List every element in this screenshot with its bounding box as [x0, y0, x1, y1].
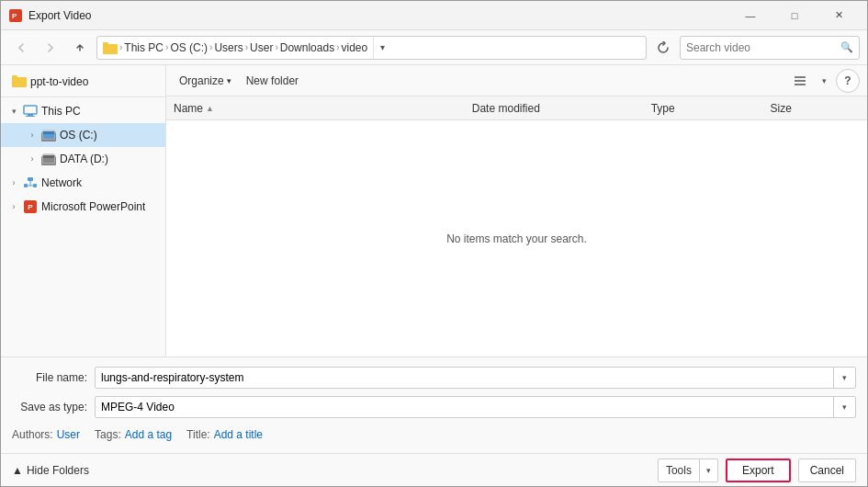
svg-rect-8: [26, 116, 35, 117]
filename-dropdown-arrow[interactable]: ▾: [833, 368, 855, 388]
hide-folders-chevron: ▲: [12, 464, 23, 477]
chevron-right-icon4: ›: [8, 202, 19, 211]
sidebar-item-datad[interactable]: › DATA (D:): [1, 147, 165, 171]
up-icon: [74, 42, 85, 53]
svg-text:P: P: [12, 12, 17, 20]
filename-label: File name:: [12, 371, 95, 384]
sidebar-divider: [1, 96, 165, 97]
file-list-body: No items match your search.: [166, 120, 867, 357]
sidebar-item-ppt[interactable]: › P Microsoft PowerPoint: [1, 195, 165, 219]
col-header-date[interactable]: Date modified: [472, 102, 651, 115]
svg-rect-5: [12, 75, 17, 78]
filename-input[interactable]: [96, 367, 833, 389]
breadcrumb-thispc[interactable]: This PC: [124, 41, 163, 54]
breadcrumb-bar[interactable]: › This PC › OS (C:) › Users › User › Dow…: [96, 36, 647, 60]
dialog-title: Export Video: [28, 9, 92, 22]
nav-toolbar: › This PC › OS (C:) › Users › User › Dow…: [1, 30, 867, 65]
metadata-row: Authors: User Tags: Add a tag Title: Add…: [12, 424, 856, 446]
view-dropdown-button[interactable]: ▾: [816, 70, 832, 92]
empty-message: No items match your search.: [446, 232, 587, 245]
title-value[interactable]: Add a title: [214, 428, 263, 441]
drive-c-icon: [41, 128, 56, 142]
filename-input-wrapper: ▾: [95, 367, 856, 389]
breadcrumb-users[interactable]: Users: [214, 41, 242, 54]
sidebar-item-thispc[interactable]: ▾ This PC: [1, 99, 165, 123]
saveastype-label: Save as type:: [12, 401, 95, 413]
saveastype-select[interactable]: MPEG-4 Video Windows Media Video: [96, 401, 833, 413]
chevron-down-icon: ▾: [8, 107, 19, 116]
bottom-form: File name: ▾ Save as type: MPEG-4 Video …: [1, 357, 867, 453]
breadcrumb-dropdown[interactable]: ▾: [373, 37, 391, 59]
organize-button[interactable]: Organize ▾: [174, 70, 237, 92]
folder-icon: [12, 74, 27, 90]
breadcrumb-downloads[interactable]: Downloads: [280, 41, 334, 54]
title-group: Title: Add a title: [186, 428, 263, 441]
col-header-size[interactable]: Size: [771, 102, 860, 115]
col-header-name[interactable]: Name ▲: [174, 102, 472, 115]
maximize-button[interactable]: □: [773, 1, 816, 30]
saveastype-arrow[interactable]: ▾: [833, 397, 855, 417]
search-box[interactable]: 🔍: [680, 36, 860, 60]
main-area: ppt-to-video ▾ This PC ›: [1, 65, 867, 357]
svg-rect-19: [28, 177, 33, 181]
title-bar: P Export Video — □ ✕: [1, 1, 867, 30]
new-folder-button[interactable]: New folder: [241, 70, 304, 92]
help-label: ?: [844, 74, 851, 87]
svg-rect-2: [103, 44, 118, 54]
organize-dropdown-icon: ▾: [227, 76, 231, 85]
title-label: Title:: [186, 428, 210, 441]
tags-group: Tags: Add a tag: [95, 428, 172, 441]
breadcrumb-osc[interactable]: OS (C:): [170, 41, 208, 54]
sidebar-item-ppt-to-video[interactable]: ppt-to-video: [1, 69, 165, 95]
col-header-type[interactable]: Type: [651, 102, 771, 115]
svg-rect-6: [24, 106, 37, 114]
drive-d-icon: [41, 152, 56, 166]
tags-value[interactable]: Add a tag: [125, 428, 172, 441]
sort-icon: ▲: [206, 104, 214, 113]
title-bar-controls: — □ ✕: [729, 1, 860, 30]
sidebar-item-osc[interactable]: › OS (C:): [1, 123, 165, 147]
svg-rect-13: [43, 131, 54, 134]
help-button[interactable]: ?: [836, 69, 860, 93]
file-list-header: Name ▲ Date modified Type Size: [166, 96, 867, 120]
up-button[interactable]: [67, 36, 93, 60]
refresh-button[interactable]: [650, 36, 676, 60]
breadcrumb-video[interactable]: video: [341, 41, 367, 54]
chevron-right-icon3: ›: [8, 178, 19, 187]
sidebar-item-network[interactable]: › Network: [1, 171, 165, 195]
tools-label: Tools: [659, 464, 699, 477]
sidebar-ppt-label: Microsoft PowerPoint: [41, 200, 145, 213]
cancel-button[interactable]: Cancel: [798, 459, 856, 482]
sub-toolbar: Organize ▾ New folder ▾ ?: [166, 65, 867, 96]
back-button[interactable]: [8, 36, 34, 60]
tools-dropdown-icon[interactable]: ▾: [699, 459, 717, 481]
powerpoint-icon: P: [23, 199, 38, 214]
svg-rect-4: [12, 77, 27, 87]
authors-group: Authors: User: [12, 428, 80, 441]
svg-rect-3: [103, 42, 108, 45]
authors-value[interactable]: User: [57, 428, 80, 441]
export-button[interactable]: Export: [726, 459, 791, 482]
content-area: Organize ▾ New folder ▾ ?: [166, 65, 867, 357]
close-button[interactable]: ✕: [817, 1, 860, 30]
breadcrumb-user[interactable]: User: [250, 41, 273, 54]
minimize-button[interactable]: —: [729, 1, 772, 30]
hide-folders-button[interactable]: ▲ Hide Folders: [12, 464, 89, 477]
footer-right: Tools ▾ Export Cancel: [658, 459, 856, 482]
organize-label: Organize: [179, 74, 224, 87]
sidebar: ppt-to-video ▾ This PC ›: [1, 65, 166, 357]
search-icon: 🔍: [840, 41, 853, 53]
saveastype-row: Save as type: MPEG-4 Video Windows Media…: [12, 394, 856, 420]
folder-icon: [103, 41, 118, 54]
sidebar-item-label: ppt-to-video: [30, 75, 88, 88]
svg-rect-7: [28, 114, 33, 116]
filename-row: File name: ▾: [12, 365, 856, 391]
authors-label: Authors:: [12, 428, 53, 441]
tools-button[interactable]: Tools ▾: [658, 459, 718, 482]
tags-label: Tags:: [95, 428, 121, 441]
search-input[interactable]: [686, 41, 840, 54]
view-button[interactable]: [788, 70, 812, 92]
saveastype-select-wrapper: MPEG-4 Video Windows Media Video ▾: [95, 396, 856, 418]
forward-button[interactable]: [38, 36, 63, 60]
col-name-label: Name: [174, 102, 203, 115]
